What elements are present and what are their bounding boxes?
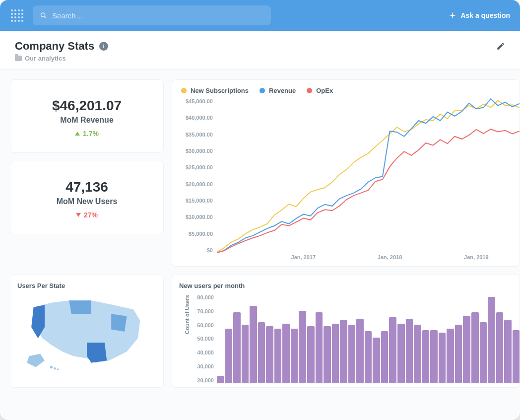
app-window: Ask a question Company Stats i Our analy… xyxy=(0,0,520,420)
svg-point-2 xyxy=(50,366,53,368)
ask-question-button[interactable]: Ask a question xyxy=(449,11,510,19)
line-chart-legend: New Subscriptions Revenue OpEx xyxy=(179,87,520,98)
bar[interactable] xyxy=(274,329,282,383)
bar[interactable] xyxy=(373,338,380,383)
bar[interactable] xyxy=(348,325,356,383)
bar[interactable] xyxy=(414,325,421,383)
bar-chart-y-label: Count of Users xyxy=(184,295,190,334)
bar[interactable] xyxy=(389,317,396,383)
stat-revenue-delta: 1.7% xyxy=(75,130,99,138)
bar[interactable] xyxy=(455,325,462,383)
bar[interactable] xyxy=(488,297,495,383)
page-title: Company Stats i xyxy=(15,40,108,53)
bar[interactable] xyxy=(250,306,257,383)
bar[interactable] xyxy=(266,326,273,383)
legend-new-subs[interactable]: New Subscriptions xyxy=(181,87,249,94)
bar[interactable] xyxy=(356,319,364,383)
bar[interactable] xyxy=(513,330,520,383)
folder-icon xyxy=(15,56,22,61)
search-box[interactable] xyxy=(33,5,271,25)
bar[interactable] xyxy=(307,326,315,383)
legend-dot-icon xyxy=(260,88,265,93)
bar[interactable] xyxy=(365,331,372,383)
line-chart-card[interactable]: New Subscriptions Revenue OpEx $45,000.0… xyxy=(172,79,520,267)
bar[interactable] xyxy=(504,320,512,383)
stat-users-delta: 27% xyxy=(76,211,98,219)
map-card[interactable]: Users Per State xyxy=(10,275,164,388)
top-bar: Ask a question xyxy=(0,0,520,31)
legend-dot-icon xyxy=(307,88,312,93)
bar[interactable] xyxy=(258,322,265,383)
bar[interactable] xyxy=(447,329,454,383)
stat-card-users[interactable]: 47,136 MoM New Users 27% xyxy=(10,161,164,234)
bar[interactable] xyxy=(299,311,306,383)
arrow-up-icon xyxy=(75,132,80,136)
map-title: Users Per State xyxy=(17,282,156,289)
app-logo-icon[interactable] xyxy=(10,8,24,22)
bar[interactable] xyxy=(397,324,405,383)
legend-dot-icon xyxy=(181,88,187,93)
edit-icon[interactable] xyxy=(496,42,505,51)
bar[interactable] xyxy=(496,312,504,383)
bar[interactable] xyxy=(340,320,347,383)
bar[interactable] xyxy=(324,326,331,383)
sparkle-icon xyxy=(449,11,456,19)
legend-revenue[interactable]: Revenue xyxy=(260,87,296,94)
bar[interactable] xyxy=(291,329,298,383)
title-row: Company Stats i Our analytics xyxy=(0,31,520,70)
arrow-down-icon xyxy=(76,213,81,217)
bar[interactable] xyxy=(282,324,290,383)
bar[interactable] xyxy=(480,322,487,383)
us-map-icon xyxy=(17,289,156,374)
legend-opex[interactable]: OpEx xyxy=(307,87,333,94)
bar[interactable] xyxy=(233,312,241,383)
svg-point-4 xyxy=(57,368,59,370)
ask-question-label: Ask a question xyxy=(460,11,510,19)
bar[interactable] xyxy=(406,319,413,383)
breadcrumb[interactable]: Our analytics xyxy=(15,55,108,62)
search-icon xyxy=(40,11,47,19)
bar[interactable] xyxy=(242,325,249,383)
breadcrumb-label: Our analytics xyxy=(25,55,65,62)
dashboard-grid: $46,201.07 MoM Revenue 1.7% 47,136 MoM N… xyxy=(0,70,520,388)
bar-chart-title: New users per month xyxy=(179,282,520,289)
bar[interactable] xyxy=(381,331,389,383)
bar-chart: Count of Users 80,00070,00060,00050,0004… xyxy=(179,291,520,383)
bar[interactable] xyxy=(463,316,470,383)
bar[interactable] xyxy=(332,324,339,383)
stat-users-label: MoM New Users xyxy=(20,197,153,206)
bar[interactable] xyxy=(217,376,224,383)
info-icon[interactable]: i xyxy=(99,42,108,51)
bar[interactable] xyxy=(316,312,323,383)
line-chart: $45,000.00$40,000.00$35,000.00$30,000.00… xyxy=(179,98,520,262)
bar[interactable] xyxy=(422,330,430,383)
svg-point-3 xyxy=(54,367,56,369)
bar[interactable] xyxy=(439,333,446,383)
search-input[interactable] xyxy=(52,11,264,20)
stat-revenue-label: MoM Revenue xyxy=(20,116,153,125)
bar-chart-card[interactable]: New users per month Count of Users 80,00… xyxy=(172,275,520,388)
svg-line-1 xyxy=(45,16,46,18)
stat-card-revenue[interactable]: $46,201.07 MoM Revenue 1.7% xyxy=(10,79,164,153)
stat-revenue-value: $46,201.07 xyxy=(20,98,153,114)
bar[interactable] xyxy=(430,330,438,383)
bar[interactable] xyxy=(471,312,479,383)
stat-users-value: 47,136 xyxy=(20,179,153,195)
bar[interactable] xyxy=(225,329,233,383)
